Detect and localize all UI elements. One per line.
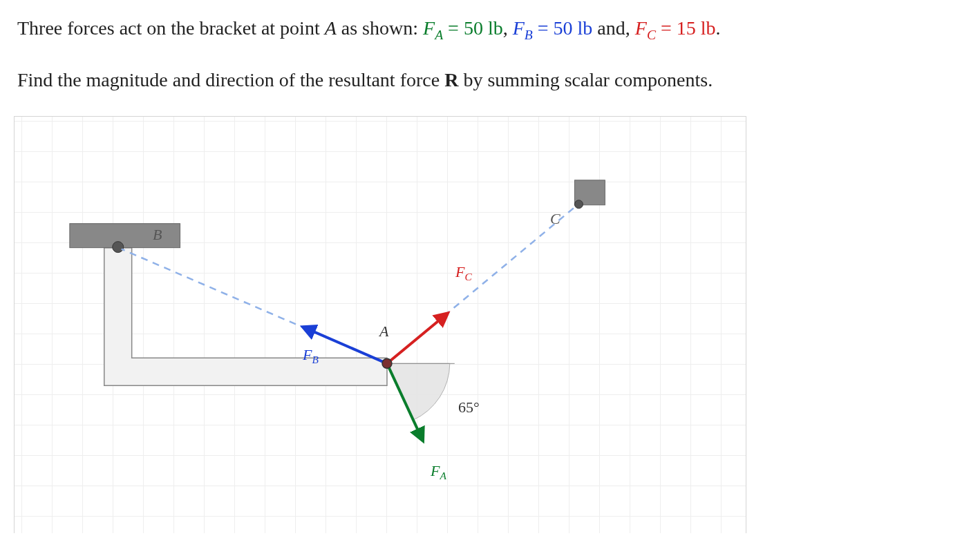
- problem-statement: Three forces act on the bracket at point…: [17, 14, 964, 95]
- label-A: A: [379, 323, 388, 340]
- problem-line-2: Find the magnitude and direction of the …: [17, 66, 964, 95]
- diagram: A B C FA FB FC 65°: [14, 116, 746, 533]
- period: .: [716, 17, 721, 39]
- label-C: C: [550, 210, 560, 228]
- point-A-symbol: A: [325, 17, 337, 39]
- problem-line-1: Three forces act on the bracket at point…: [17, 14, 964, 45]
- pin-B: [113, 242, 124, 253]
- label-FA: FA: [431, 462, 446, 482]
- FB-symbol: FB: [513, 17, 533, 39]
- block-B: [70, 224, 180, 248]
- line2-b: by summing scalar components.: [458, 69, 713, 90]
- and-text: and,: [592, 17, 634, 39]
- label-B: B: [153, 226, 162, 244]
- eq2: =: [533, 17, 554, 39]
- FA-symbol: FA: [423, 17, 443, 39]
- angle-sector: [387, 363, 450, 420]
- label-FC: FC: [455, 263, 472, 283]
- joint-A: [382, 358, 392, 368]
- eq1: =: [443, 17, 464, 39]
- pin-C: [574, 200, 583, 209]
- text-prefix: Three forces act on the bracket at point: [17, 17, 325, 39]
- line2-a: Find the magnitude and direction of the …: [17, 69, 444, 90]
- FA-value: 50 lb: [464, 17, 503, 39]
- vector-FC: [387, 313, 448, 363]
- label-FB: FB: [303, 346, 319, 366]
- bracket-shape: [104, 248, 387, 386]
- FC-value: 15 lb: [677, 17, 716, 39]
- label-angle: 65°: [458, 399, 480, 416]
- FC-symbol: FC: [635, 17, 656, 39]
- R-symbol: R: [444, 69, 458, 90]
- FB-value: 50 lb: [554, 17, 593, 39]
- text-as-shown: as shown:: [337, 17, 423, 39]
- comma1: ,: [503, 17, 513, 39]
- eq3: =: [656, 17, 677, 39]
